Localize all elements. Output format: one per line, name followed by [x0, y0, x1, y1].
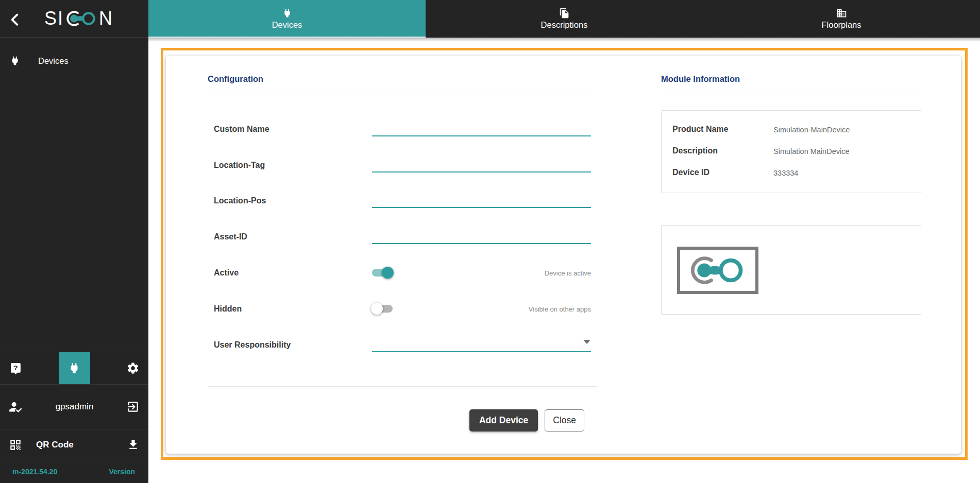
tab-label: Devices: [272, 20, 302, 30]
sidebar: SI N Devices ?: [0, 0, 148, 483]
location-tag-label: Location-Tag: [214, 161, 265, 170]
device-id-label: Device ID: [672, 168, 773, 177]
product-name-label: Product Name: [672, 125, 773, 134]
tab-devices[interactable]: Devices: [148, 0, 426, 38]
main-content: Configuration Custom Name Location-Tag L…: [148, 38, 980, 483]
hidden-toggle[interactable]: [372, 304, 393, 313]
field-row-custom-name: Custom Name: [208, 114, 597, 145]
person-check-icon[interactable]: [9, 400, 23, 414]
devices-quick-button[interactable]: [59, 352, 90, 385]
username[interactable]: gpsadmin: [56, 402, 94, 412]
version-value: m-2021.54.20: [12, 468, 57, 476]
toggle-knob: [382, 267, 394, 279]
hidden-label: Hidden: [214, 304, 242, 314]
device-form-card: Configuration Custom Name Location-Tag L…: [166, 56, 961, 454]
field-row-location-tag: Location-Tag: [208, 150, 597, 181]
user-row: gpsadmin: [0, 384, 148, 429]
module-logo-image: [677, 247, 758, 294]
tab-floorplans[interactable]: Floorplans: [703, 0, 980, 38]
logo-text-si: SI: [44, 8, 64, 29]
toggle-row-active: Active Device is active: [208, 257, 597, 288]
description-label: Description: [672, 146, 773, 156]
plug-icon: [282, 8, 293, 19]
description-value: Simulation MainDevice: [773, 146, 849, 156]
info-row-description: Description Simulation MainDevice: [672, 146, 921, 168]
location-pos-input[interactable]: [372, 192, 591, 208]
chevron-down-icon[interactable]: [583, 340, 590, 344]
module-logo-box: [661, 225, 921, 315]
asset-id-label: Asset-ID: [214, 232, 247, 242]
download-icon[interactable]: [127, 438, 140, 451]
toggle-row-hidden: Hidden Visible on other apps: [208, 294, 597, 324]
field-row-location-pos: Location-Pos: [208, 185, 597, 216]
field-row-asset-id: Asset-ID: [208, 221, 597, 252]
divider: [208, 386, 597, 387]
active-hint: Device is active: [545, 269, 591, 277]
app-window: SI N Devices ?: [0, 0, 980, 483]
logout-icon[interactable]: [126, 400, 140, 413]
info-row-product-name: Product Name Simulation-MainDevice: [672, 125, 921, 146]
logo-text-n: N: [99, 8, 113, 29]
version-row: m-2021.54.20 Version: [0, 460, 148, 483]
version-label: Version: [109, 468, 135, 476]
device-id-value: 333334: [773, 168, 798, 177]
sidebar-item-label: Devices: [38, 56, 69, 66]
module-information-title: Module Information: [661, 74, 740, 84]
configuration-title: Configuration: [208, 74, 263, 84]
custom-name-label: Custom Name: [214, 125, 269, 134]
documents-icon: [559, 8, 570, 19]
settings-gear-icon[interactable]: [117, 361, 148, 375]
plug-icon: [67, 361, 81, 375]
svg-text:?: ?: [13, 364, 18, 372]
hidden-hint: Visible on other apps: [529, 305, 591, 313]
user-responsibility-select[interactable]: [372, 351, 591, 352]
tab-label: Floorplans: [821, 20, 861, 30]
location-pos-label: Location-Pos: [214, 196, 266, 205]
location-tag-input[interactable]: [372, 156, 591, 173]
active-label: Active: [214, 268, 239, 278]
custom-name-input[interactable]: [372, 120, 591, 136]
toggle-knob: [371, 303, 383, 315]
tab-label: Descriptions: [541, 20, 588, 30]
qr-code-icon: [9, 438, 22, 452]
sicon-logo: SI N: [44, 8, 113, 29]
sidebar-item-devices[interactable]: Devices: [0, 49, 148, 73]
qr-code-row[interactable]: QR Code: [0, 429, 148, 460]
sidebar-logo-row: SI N: [0, 0, 148, 38]
qr-code-label: QR Code: [36, 440, 74, 450]
module-info-box: Product Name Simulation-MainDevice Descr…: [661, 110, 921, 193]
back-chevron-icon[interactable]: [8, 12, 22, 26]
sidebar-icon-row: ?: [0, 352, 148, 384]
highlight-frame: Configuration Custom Name Location-Tag L…: [161, 48, 968, 460]
tab-bar: Devices Descriptions Floorplans: [148, 0, 980, 38]
button-row: Add Device Close: [208, 409, 597, 432]
active-toggle[interactable]: [372, 268, 393, 277]
building-icon: [836, 8, 847, 19]
select-row-user-responsibility: User Responsibility: [208, 330, 597, 360]
logo-co-glyph: [65, 8, 98, 29]
divider: [661, 93, 921, 93]
divider: [208, 93, 597, 93]
help-icon[interactable]: ?: [0, 362, 31, 375]
asset-id-input[interactable]: [372, 228, 591, 244]
plug-icon: [9, 55, 21, 66]
close-button[interactable]: Close: [545, 409, 584, 432]
co-logo-glyph: [687, 254, 748, 286]
add-device-button[interactable]: Add Device: [469, 409, 538, 432]
product-name-value: Simulation-MainDevice: [773, 125, 850, 134]
user-responsibility-label: User Responsibility: [214, 340, 291, 350]
tab-descriptions[interactable]: Descriptions: [426, 0, 703, 38]
info-row-device-id: Device ID 333334: [672, 168, 921, 189]
